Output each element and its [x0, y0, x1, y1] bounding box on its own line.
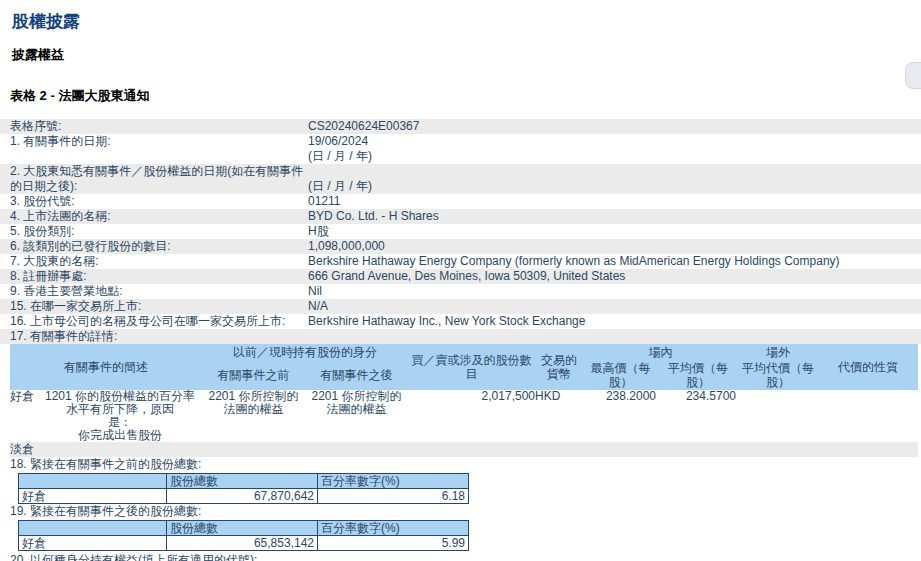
page-title: 股權披露 [12, 12, 921, 32]
totals-column-header: 百分率數字(%) [318, 474, 469, 489]
next-item-label-clipped: 20. 以何種身分持有權益(填上所有適用的代號): [0, 553, 921, 561]
field-row: 6. 該類別的已發行股份的數目:1,098,000,000 [0, 239, 921, 254]
position-label: 淡倉 [10, 442, 918, 457]
field-row: 5. 股份類別:H股 [0, 224, 921, 239]
form-title: 表格 2 - 法團大股東通知 [10, 88, 921, 103]
col-header-before: 有關事件之前 [202, 360, 305, 390]
capacity-before: 2201 你所控制的法團的權益 [202, 390, 305, 442]
field-value-line: (日 / 月 / 年) [308, 149, 921, 164]
totals-column-header: 股份總數 [167, 521, 318, 536]
field-value: 01211 [308, 194, 921, 209]
totals-header-row: 股份總數百分率數字(%) [19, 474, 469, 489]
percentage-figure: 6.18 [318, 489, 469, 504]
field-value-line: (日 / 月 / 年) [308, 179, 921, 194]
field-label: 3. 股份代號: [0, 194, 308, 209]
event-description: 1201 你的股份權益的百分率水平有所下降，原因是：你完成出售股份 [38, 390, 202, 442]
field-value: Berkshire Hathaway Energy Company (forme… [308, 254, 921, 269]
field-label: 17. 有關事件的詳情: [0, 329, 308, 344]
field-label: 7. 大股東的名稱: [0, 254, 308, 269]
field-value: 1,098,000,000 [308, 239, 921, 254]
position-label: 好倉 [19, 536, 167, 551]
field-value-line: N/A [308, 299, 921, 314]
currency: HKD [535, 390, 583, 442]
field-row: 3. 股份代號:01211 [0, 194, 921, 209]
col-header-after: 有關事件之後 [305, 360, 408, 390]
field-value-line: 19/06/2024 [308, 134, 921, 149]
field-value-line: H股 [308, 224, 921, 239]
field-value: Berkshire Hathaway Inc., New York Stock … [308, 314, 921, 329]
field-value [308, 329, 921, 344]
field-label: 4. 上市法團的名稱: [0, 209, 308, 224]
section-title: 披露權益 [12, 47, 921, 62]
field-label: 2. 大股東知悉有關事件／股份權益的日期(如在有關事件的日期之後): [0, 164, 308, 194]
col-header-off-exchange: 場外 [738, 344, 818, 360]
field-value: Nil [308, 284, 921, 299]
event-description-line: 你完成出售股份 [40, 429, 200, 442]
field-row: 表格序號:CS20240624E00367 [0, 119, 921, 134]
col-header-average-price: 平均價（每股） [658, 360, 738, 390]
field-label: 9. 香港主要營業地點: [0, 284, 308, 299]
totals-data-row: 好倉65,853,1425.99 [19, 536, 469, 551]
field-label: 5. 股份類別: [0, 224, 308, 239]
totals-before-label: 18. 緊接在有關事件之前的股份總數: [0, 457, 921, 472]
totals-after-table: 股份總數百分率數字(%)好倉65,853,1425.99 [18, 520, 469, 551]
totals-column-header [19, 521, 167, 536]
field-value: BYD Co. Ltd. - H Shares [308, 209, 921, 224]
field-value-line: Berkshire Hathaway Inc., New York Stock … [308, 314, 921, 329]
total-shares: 67,870,642 [167, 489, 318, 504]
event-long-position-row: 好倉1201 你的股份權益的百分率水平有所下降，原因是：你完成出售股份2201 … [10, 390, 918, 442]
event-short-position-row: 淡倉 [10, 442, 918, 457]
field-row: 9. 香港主要營業地點:Nil [0, 284, 921, 299]
field-value-line: CS20240624E00367 [308, 119, 921, 134]
field-label: 15. 在哪一家交易所上市: [0, 299, 308, 314]
field-row: 8. 註冊辦事處:666 Grand Avenue, Des Moines, I… [0, 269, 921, 284]
field-value-line: BYD Co. Ltd. - H Shares [308, 209, 921, 224]
field-label: 6. 該類別的已發行股份的數目: [0, 239, 308, 254]
average-consideration [738, 390, 818, 442]
field-row: 15. 在哪一家交易所上市:N/A [0, 299, 921, 314]
totals-header-row: 股份總數百分率數字(%) [19, 521, 469, 536]
totals-column-header: 股份總數 [167, 474, 318, 489]
col-header-highest-price: 最高價（每股） [583, 360, 658, 390]
totals-column-header [19, 474, 167, 489]
percentage-figure: 5.99 [318, 536, 469, 551]
field-row: 7. 大股東的名稱:Berkshire Hathaway Energy Comp… [0, 254, 921, 269]
totals-after-label: 19. 緊接在有關事件之後的股份總數: [0, 504, 921, 519]
col-header-description: 有關事件的簡述 [10, 344, 202, 390]
totals-data-row: 好倉67,870,6426.18 [19, 489, 469, 504]
col-header-average-consideration: 平均代價（每股） [738, 360, 818, 390]
field-value: N/A [308, 299, 921, 314]
field-value-line: Nil [308, 284, 921, 299]
totals-before-table: 股份總數百分率數字(%)好倉67,870,6426.18 [18, 473, 469, 504]
field-value: CS20240624E00367 [308, 119, 921, 134]
floating-panel-handle[interactable] [905, 62, 921, 89]
field-label: 1. 有關事件的日期: [0, 134, 308, 164]
field-value: 666 Grand Avenue, Des Moines, Iowa 50309… [308, 269, 921, 284]
highest-price: 238.2000 [583, 390, 658, 442]
field-value-line [308, 164, 921, 179]
field-value-line: 1,098,000,000 [308, 239, 921, 254]
nature-of-consideration [818, 390, 918, 442]
col-header-shares-involved: 買／賣或涉及的股份數目 [408, 344, 535, 390]
position-label: 好倉 [10, 390, 38, 442]
event-details-table: 有關事件的簡述 以前／現時持有股份的身分 買／賣或涉及的股份數目 交易的貨幣 場… [10, 344, 918, 457]
field-value: 19/06/2024(日 / 月 / 年) [308, 134, 921, 164]
field-row: 16. 上市母公司的名稱及母公司在哪一家交易所上市:Berkshire Hath… [0, 314, 921, 329]
col-header-on-exchange: 場內 [583, 344, 738, 360]
col-header-nature: 代價的性質 [818, 344, 918, 390]
field-value-line: 666 Grand Avenue, Des Moines, Iowa 50309… [308, 269, 921, 284]
col-header-capacity-group: 以前／現時持有股份的身分 [202, 344, 408, 360]
field-value: (日 / 月 / 年) [308, 164, 921, 194]
form-fields: 表格序號:CS20240624E003671. 有關事件的日期:19/06/20… [0, 119, 921, 344]
capacity-after: 2201 你所控制的法團的權益 [305, 390, 408, 442]
field-value-line: 01211 [308, 194, 921, 209]
field-label: 表格序號: [0, 119, 308, 134]
field-row: 4. 上市法團的名稱:BYD Co. Ltd. - H Shares [0, 209, 921, 224]
field-value-line: Berkshire Hathaway Energy Company (forme… [308, 254, 921, 269]
shares-involved: 2,017,500 [408, 390, 535, 442]
position-label: 好倉 [19, 489, 167, 504]
average-price: 234.5700 [658, 390, 738, 442]
field-row: 2. 大股東知悉有關事件／股份權益的日期(如在有關事件的日期之後): (日 / … [0, 164, 921, 194]
col-header-currency: 交易的貨幣 [535, 344, 583, 390]
field-label: 16. 上市母公司的名稱及母公司在哪一家交易所上市: [0, 314, 308, 329]
